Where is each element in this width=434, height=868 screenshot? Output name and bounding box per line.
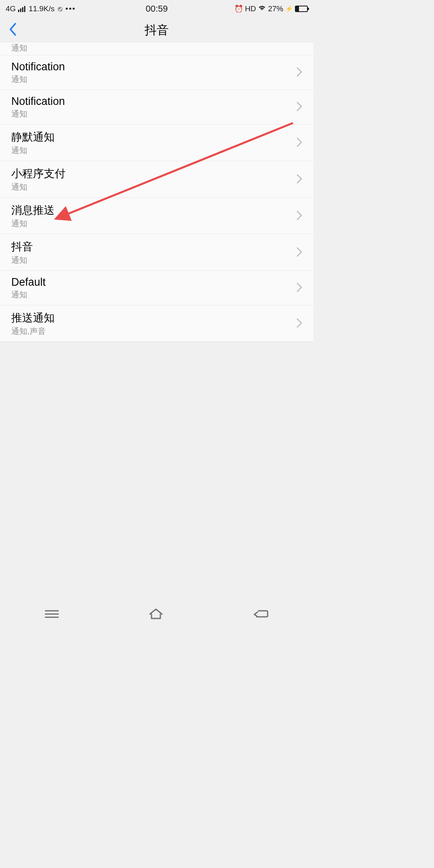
battery-icon [295, 6, 308, 12]
list-item-sub: 通知 [11, 43, 27, 53]
list-item-title: Default [11, 276, 46, 289]
list-item-sub: 通知 [11, 74, 65, 85]
list-item-push-notify[interactable]: 推送通知 通知,声音 [0, 305, 313, 342]
list-item-title: 静默通知 [11, 130, 55, 144]
chevron-right-icon [297, 102, 302, 113]
list-item-default[interactable]: Default 通知 [0, 271, 313, 305]
list-item-title: Notification [11, 61, 65, 73]
list-item-douyin[interactable]: 抖音 通知 [0, 234, 313, 271]
chevron-right-icon [297, 247, 302, 258]
signal-icon [18, 6, 25, 12]
chevron-right-icon [297, 137, 302, 149]
list-item-title: 小程序支付 [11, 166, 66, 181]
chevron-right-icon [297, 318, 302, 330]
list-item-partial[interactable]: 通知 [0, 43, 313, 55]
back-button[interactable] [9, 23, 17, 38]
status-time: 00:59 [145, 4, 168, 14]
list-item-title: Notification [11, 95, 65, 108]
wifi-icon [258, 5, 266, 13]
usb-icon: ⎋ [58, 4, 62, 13]
charging-icon: ⚡ [285, 5, 293, 12]
battery-pct: 27% [268, 4, 283, 13]
chevron-right-icon [297, 211, 302, 222]
nav-menu-button[interactable] [45, 609, 59, 620]
list-item-notification-2[interactable]: Notification 通知 [0, 90, 313, 125]
network-type: 4G [6, 4, 16, 13]
list-item-title: 消息推送 [11, 203, 55, 217]
list-item-sub: 通知 [11, 145, 55, 156]
list-item-title: 推送通知 [11, 311, 55, 325]
chevron-right-icon [297, 283, 302, 294]
list-item-notification-1[interactable]: Notification 通知 [0, 55, 313, 90]
list-item-message-push[interactable]: 消息推送 通知 [0, 198, 313, 234]
more-icon: ••• [66, 4, 76, 13]
status-right: ⏰ HD 27% ⚡ [234, 4, 308, 13]
hd-indicator: HD [245, 4, 256, 13]
list-item-sub: 通知 [11, 289, 46, 300]
list-item-silent[interactable]: 静默通知 通知 [0, 125, 313, 161]
status-bar: 4G 11.9K/s ⎋ ••• 00:59 ⏰ HD 27% ⚡ [0, 0, 313, 18]
system-nav-bar [0, 603, 313, 627]
list-item-sub: 通知 [11, 218, 55, 229]
list-item-sub: 通知 [11, 182, 66, 192]
chevron-right-icon [297, 67, 302, 78]
list-item-sub: 通知 [11, 255, 33, 266]
alarm-icon: ⏰ [234, 4, 243, 13]
nav-home-button[interactable] [148, 608, 164, 621]
list-item-sub: 通知 [11, 108, 65, 119]
header: 抖音 [0, 18, 313, 43]
list-item-sub: 通知,声音 [11, 326, 55, 337]
network-speed: 11.9K/s [29, 4, 54, 13]
status-left: 4G 11.9K/s ⎋ ••• [6, 4, 76, 13]
settings-list: Notification 通知 Notification 通知 静默通知 通知 … [0, 55, 313, 342]
page-title: 抖音 [145, 22, 169, 39]
chevron-right-icon [297, 174, 302, 185]
list-item-miniprogram-pay[interactable]: 小程序支付 通知 [0, 161, 313, 198]
list-item-title: 抖音 [11, 240, 33, 254]
nav-back-button[interactable] [253, 609, 269, 621]
